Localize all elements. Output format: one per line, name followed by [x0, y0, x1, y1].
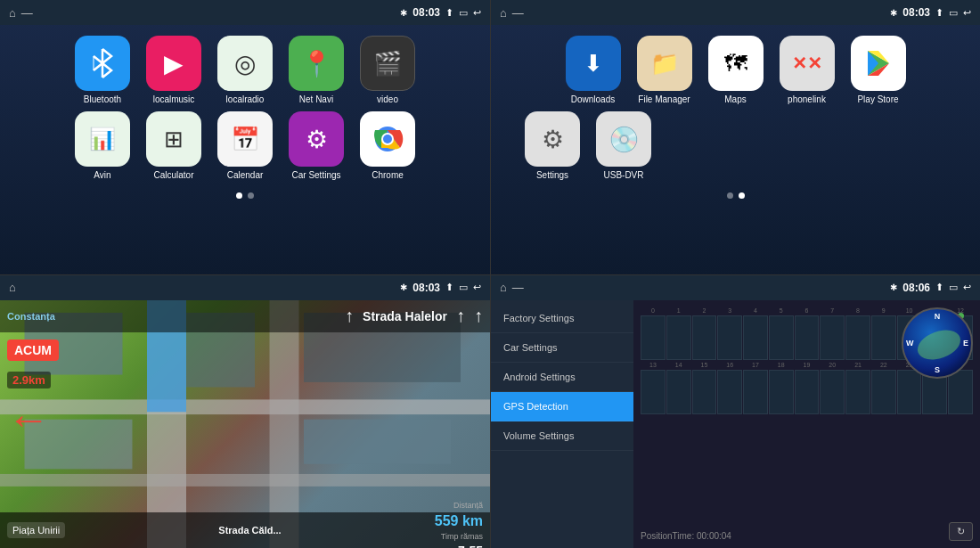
home-icon-3[interactable]: ⌂	[9, 281, 16, 294]
settings-volume[interactable]: Volume Settings	[491, 421, 633, 451]
app-calendar[interactable]: 📅 Calendar	[217, 111, 273, 180]
settings-gps[interactable]: GPS Detection	[491, 392, 633, 421]
menu-icon-4[interactable]: —	[512, 281, 524, 294]
sat-bar-cell	[845, 370, 870, 414]
app-playstore[interactable]: Play Store	[851, 36, 906, 104]
app-filemanager[interactable]: 📁 File Manager	[637, 36, 692, 104]
time-display-1: 08:03	[412, 6, 440, 19]
app-label: Net Navi	[299, 94, 333, 104]
nav-turn-indicator: Constanța	[7, 311, 55, 322]
settings-car[interactable]: Car Settings	[491, 333, 633, 363]
sat-bar-cell	[871, 315, 896, 360]
nav-street-from: Constanța	[7, 311, 55, 322]
sat-bar-cell	[666, 315, 691, 360]
distanta-label: Distanță	[435, 500, 483, 511]
app-video[interactable]: 🎬 video	[360, 36, 415, 104]
back-icon[interactable]: ↩	[473, 7, 481, 19]
compass-west: W	[906, 339, 914, 348]
topbar-panel2: ⌂ — ✱ 08:03 ⬆ ▭ ↩	[491, 0, 980, 25]
sat-num: 20	[820, 362, 845, 368]
sat-bar-cell	[820, 370, 845, 414]
nav-bottom-bar: Piața Unirii Strada Căld... Distanță 559…	[0, 512, 490, 548]
app-netnavi[interactable]: 📍 Net Navi	[289, 36, 344, 104]
app-settings[interactable]: ⚙ Settings	[525, 111, 580, 180]
menu-icon-2[interactable]: —	[512, 6, 524, 20]
app-label: video	[377, 94, 398, 104]
calendar-icon-img: 📅	[217, 111, 273, 167]
main-turn-arrow: ←	[7, 398, 50, 441]
app-avin[interactable]: 📊 Avin	[75, 111, 130, 180]
back-icon-3[interactable]: ↩	[473, 282, 481, 293]
app-phonelink[interactable]: ✕✕ phonelink	[780, 36, 835, 104]
sat-num: 2	[692, 307, 717, 314]
app-downloads[interactable]: ⬇ Downloads	[566, 36, 621, 104]
sat-bar-cell	[666, 370, 691, 414]
nav-header: Constanța ↑ Strada Halelor ↑ ↑	[0, 300, 490, 332]
page-dots-2	[509, 192, 962, 199]
sat-num: 22	[871, 362, 896, 368]
app-label: Calendar	[227, 170, 264, 180]
downloads-icon-img: ⬇	[566, 36, 621, 91]
compass-circle: N S E W	[902, 307, 973, 379]
panel-more-apps: ⌂ — ✱ 08:03 ⬆ ▭ ↩ ⬇ Downloads	[490, 0, 980, 274]
app-calculator[interactable]: ⊞ Calculator	[146, 111, 201, 180]
app-label: USB-DVR	[603, 170, 643, 180]
sat-num: 7	[820, 307, 845, 314]
main-grid: ⌂ — ✱ 08:03 ⬆ ▭ ↩	[0, 0, 980, 548]
compass-east: E	[963, 339, 968, 348]
sat-bar-cell	[717, 315, 742, 360]
app-localmusic[interactable]: ▶ localmusic	[146, 36, 201, 104]
svg-rect-9	[0, 399, 490, 414]
sat-bar-cell	[769, 370, 794, 414]
app-maps[interactable]: 🗺 Maps	[708, 36, 764, 104]
sat-bar-cell	[641, 370, 666, 414]
video-icon-img: 🎬	[360, 36, 415, 91]
menu-icon[interactable]: —	[21, 6, 33, 20]
sat-bar-cell	[743, 370, 768, 414]
back-icon-2[interactable]: ↩	[963, 7, 971, 19]
settings-android[interactable]: Android Settings	[491, 363, 633, 392]
home-icon-4[interactable]: ⌂	[500, 281, 507, 294]
sat-bar-cell	[641, 315, 666, 360]
localmusic-icon-img: ▶	[146, 36, 201, 91]
back-icon-4[interactable]: ↩	[963, 282, 971, 293]
filemanager-icon-img: 📁	[637, 36, 692, 91]
turn-arrow-up-3: ↑	[474, 306, 483, 326]
app-label: Downloads	[571, 94, 615, 104]
panel-settings: ⌂ — ✱ 08:06 ⬆ ▭ ↩ Factory Settings Car S…	[490, 274, 980, 549]
app-grid: Bluetooth ▶ localmusic ◎ localradio	[0, 25, 490, 206]
sat-bar-cell	[692, 370, 717, 414]
time-display-3: 08:03	[412, 282, 440, 294]
app-label: Play Store	[857, 94, 898, 104]
sat-num: 3	[717, 307, 742, 314]
app-carsettings[interactable]: ⚙ Car Settings	[289, 111, 344, 180]
sat-num: 13	[641, 362, 666, 368]
topbar-panel1: ⌂ — ✱ 08:03 ⬆ ▭ ↩	[0, 0, 490, 25]
bluetooth-status-icon: ✱	[400, 8, 407, 18]
position-time-value: 00:00:04	[697, 531, 731, 541]
sat-num: 19	[795, 362, 820, 368]
app-usbdvr[interactable]: 💿 USB-DVR	[596, 111, 651, 180]
app-chrome[interactable]: Chrome	[360, 111, 415, 180]
home-icon[interactable]: ⌂	[9, 6, 16, 20]
panel-navigation: ⌂ ✱ 08:03 ⬆ ▭ ↩	[0, 274, 490, 549]
position-time-label: PositionTime:	[641, 531, 694, 541]
refresh-button[interactable]: ↻	[949, 522, 973, 541]
app-row-2: 📊 Avin ⊞ Calculator 📅 Calendar	[18, 111, 472, 180]
piata-unirii: Piața Unirii	[7, 522, 65, 538]
app-row-4: ⚙ Settings 💿 USB-DVR	[509, 111, 962, 180]
svg-point-3	[383, 135, 392, 143]
playstore-icon-img	[851, 36, 906, 91]
app-localradio[interactable]: ◎ localradio	[217, 36, 273, 104]
usbdvr-icon-img: 💿	[596, 111, 651, 167]
signal-icon-4: ⬆	[935, 282, 943, 293]
app-label: Bluetooth	[84, 94, 121, 104]
home-icon-2[interactable]: ⌂	[500, 6, 507, 20]
sat-bar-cell	[795, 315, 820, 360]
sat-num: 18	[769, 362, 794, 368]
settings-content: Factory Settings Car Settings Android Se…	[491, 300, 980, 549]
time-value: 7:55	[435, 543, 483, 548]
position-time: PositionTime: 00:00:04	[641, 531, 731, 541]
settings-factory[interactable]: Factory Settings	[491, 304, 633, 333]
app-bluetooth[interactable]: Bluetooth	[75, 36, 130, 104]
